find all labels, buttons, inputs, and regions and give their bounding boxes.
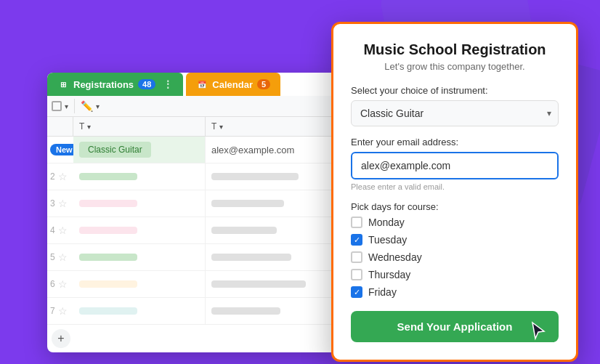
- row-pill: [79, 307, 137, 315]
- table-row: 4 ☆: [47, 217, 338, 244]
- row-4-col1: [73, 217, 206, 243]
- table-row: 6 ☆: [47, 271, 338, 298]
- column-headers: T ▾ T ▾: [47, 117, 338, 137]
- text-placeholder: [211, 254, 291, 261]
- row-num-7: 7 ☆: [47, 305, 73, 317]
- row-1-col2: alex@example.com: [206, 137, 338, 163]
- submit-button[interactable]: Send Your Application: [351, 311, 559, 342]
- spreadsheet-panel: ⊞ Registrations 48 ⋮ 📅 Calendar 5 ▾ ✏️ ▾…: [47, 73, 338, 352]
- row-number: 2: [50, 171, 55, 182]
- checkbox-monday: Monday: [351, 217, 559, 228]
- row-3-col1: [73, 190, 206, 217]
- monday-label: Monday: [368, 217, 405, 228]
- row-number: 7: [50, 306, 55, 316]
- checkbox-friday: ✓ Friday: [351, 286, 559, 298]
- row-number: 6: [50, 279, 55, 289]
- row-pill: [79, 200, 137, 207]
- tab-calendar-label: Calendar: [212, 79, 253, 90]
- registration-form-panel: Music School Registration Let's grow thi…: [331, 22, 578, 362]
- add-row-button[interactable]: +: [52, 329, 70, 348]
- row-3-col2: [206, 190, 338, 217]
- table-row: 2 ☆: [47, 163, 338, 190]
- row-pill: [79, 173, 137, 180]
- text-placeholder: [211, 280, 306, 288]
- row-1-col1: Classic Guitar: [73, 137, 206, 163]
- friday-checkbox[interactable]: ✓: [351, 286, 362, 298]
- form-title: Music School Registration: [351, 41, 559, 58]
- add-row-area: +: [47, 325, 338, 352]
- row-pill: [79, 227, 137, 234]
- star-icon[interactable]: ☆: [58, 198, 68, 209]
- row-num-3: 3 ☆: [47, 198, 73, 209]
- row-6-col1: [73, 271, 206, 297]
- text-placeholder: [211, 200, 284, 207]
- row-5-col2: [206, 244, 338, 270]
- star-icon[interactable]: ☆: [58, 171, 68, 182]
- tab-calendar[interactable]: 📅 Calendar 5: [186, 73, 280, 96]
- text-placeholder: [211, 173, 299, 180]
- text-format-icon-2: T: [211, 121, 216, 132]
- row-2-col2: [206, 163, 338, 190]
- table-row: 3 ☆: [47, 190, 338, 217]
- email-input[interactable]: [351, 152, 559, 179]
- star-icon[interactable]: ☆: [58, 278, 68, 290]
- row-num-6: 6 ☆: [47, 278, 73, 290]
- table-row: 5 ☆: [47, 244, 338, 271]
- toolbar-separator: [74, 99, 75, 113]
- tab-registrations-label: Registrations: [73, 79, 134, 90]
- data-rows: New Classic Guitar alex@example.com 2 ☆: [47, 137, 338, 325]
- monday-checkbox[interactable]: [351, 217, 362, 228]
- row-7-col1: [73, 298, 206, 324]
- instrument-pill: Classic Guitar: [79, 142, 151, 158]
- calendar-icon: 📅: [196, 78, 208, 90]
- row-6-col2: [206, 271, 338, 297]
- select-all-checkbox[interactable]: [52, 101, 62, 111]
- friday-label: Friday: [368, 286, 397, 298]
- col2-chevron[interactable]: ▾: [219, 123, 223, 131]
- select-chevron-icon[interactable]: ▾: [65, 102, 68, 110]
- col-header-2: T ▾: [206, 117, 338, 136]
- tuesday-checkbox[interactable]: ✓: [351, 234, 362, 246]
- row-num-2: 2 ☆: [47, 171, 73, 182]
- instrument-select-wrapper: Classic Guitar Electric Guitar Piano Vio…: [351, 100, 559, 126]
- tab-registrations[interactable]: ⊞ Registrations 48 ⋮: [47, 73, 183, 96]
- row-number: 4: [50, 225, 55, 235]
- spreadsheet-header: ⊞ Registrations 48 ⋮ 📅 Calendar 5: [47, 73, 338, 96]
- registrations-badge: 48: [138, 79, 155, 89]
- table-row: 7 ☆: [47, 298, 338, 325]
- tuesday-label: Tuesday: [368, 234, 407, 246]
- calendar-badge: 5: [257, 79, 270, 89]
- star-icon[interactable]: ☆: [58, 225, 68, 236]
- star-icon[interactable]: ☆: [58, 251, 68, 263]
- row-num-4: 4 ☆: [47, 225, 73, 236]
- text-format-icon: T: [79, 121, 84, 132]
- pen-chevron-icon[interactable]: ▾: [96, 102, 100, 110]
- col1-chevron[interactable]: ▾: [87, 123, 91, 131]
- thursday-checkbox[interactable]: [351, 269, 362, 280]
- row-num-1: New: [47, 144, 73, 155]
- toolbar: ▾ ✏️ ▾: [47, 96, 338, 117]
- instrument-select[interactable]: Classic Guitar Electric Guitar Piano Vio…: [351, 100, 559, 126]
- form-subtitle: Let's grow this company together.: [351, 61, 559, 72]
- row-4-col2: [206, 217, 338, 243]
- checkbox-wednesday: Wednesday: [351, 251, 559, 263]
- row-7-col2: [206, 298, 338, 324]
- instrument-label: Select your choice of instrument:: [351, 85, 559, 96]
- checkbox-thursday: Thursday: [351, 269, 559, 280]
- row-2-col1: [73, 163, 206, 190]
- row-number: 5: [50, 252, 55, 262]
- row-pill: [79, 280, 137, 288]
- thursday-label: Thursday: [368, 269, 410, 280]
- row-5-col1: [73, 244, 206, 270]
- checkbox-tuesday: ✓ Tuesday: [351, 234, 559, 246]
- tab-menu-icon[interactable]: ⋮: [163, 78, 173, 90]
- cursor-icon: [530, 321, 547, 344]
- row-number: 3: [50, 198, 55, 209]
- col-header-1: T ▾: [73, 117, 206, 136]
- table-row: New Classic Guitar alex@example.com: [47, 137, 338, 163]
- email-text: alex@example.com: [211, 145, 294, 155]
- days-checkbox-group: Monday ✓ Tuesday Wednesday Thursday ✓ Fr…: [351, 217, 559, 298]
- text-placeholder: [211, 307, 280, 315]
- wednesday-checkbox[interactable]: [351, 251, 362, 263]
- star-icon[interactable]: ☆: [58, 305, 68, 317]
